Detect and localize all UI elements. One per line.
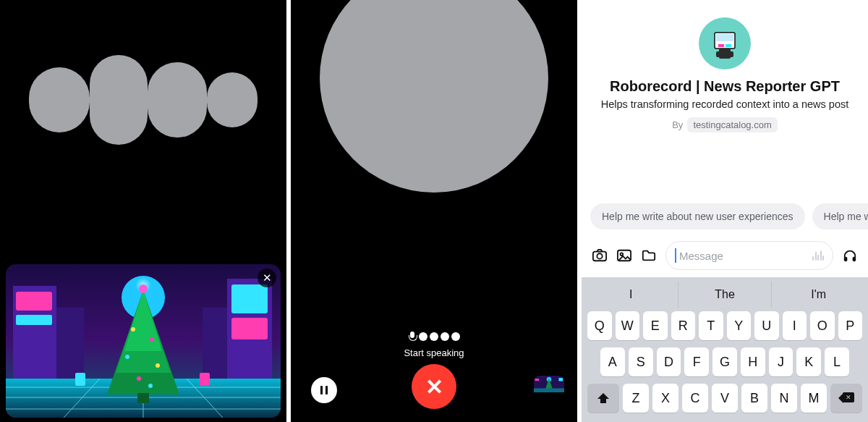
shift-icon — [597, 393, 609, 403]
svg-rect-42 — [729, 51, 733, 57]
waveform-blob — [90, 55, 148, 145]
key[interactable]: X — [652, 384, 678, 413]
svg-point-46 — [621, 253, 624, 256]
shift-key[interactable] — [587, 384, 619, 413]
keyboard-suggestions: I The I'm — [584, 282, 865, 308]
kb-suggestion[interactable]: I'm — [771, 282, 865, 308]
key[interactable]: M — [801, 384, 827, 413]
text-cursor — [675, 248, 676, 263]
headphones-icon[interactable] — [842, 248, 858, 263]
svg-point-25 — [137, 376, 141, 381]
svg-point-21 — [131, 327, 135, 332]
key[interactable]: L — [825, 347, 849, 376]
svg-point-22 — [150, 337, 154, 342]
voice-panel-with-image: ✕ — [0, 0, 286, 422]
gpt-avatar[interactable] — [699, 17, 751, 69]
key[interactable]: N — [771, 384, 797, 413]
key[interactable]: D — [657, 347, 681, 376]
key[interactable]: V — [712, 384, 738, 413]
gpt-description: Helps transforming recorded context into… — [601, 98, 849, 111]
svg-rect-41 — [716, 51, 720, 57]
key[interactable]: T — [699, 311, 723, 340]
svg-rect-48 — [853, 257, 856, 261]
keyboard-row-1: Q W E R T Y U I O P — [584, 308, 865, 344]
voice-waveform — [0, 55, 286, 145]
start-speaking-label: Start speaking — [291, 347, 577, 358]
svg-point-20 — [139, 284, 148, 293]
svg-rect-37 — [716, 34, 733, 41]
chat-panel: Roborecord | News Reporter GPT Helps tra… — [582, 0, 868, 422]
end-call-button[interactable]: ✕ — [412, 364, 456, 409]
key[interactable]: F — [684, 347, 709, 376]
keyboard-row-2: A S D F G H J K L — [584, 344, 865, 380]
backspace-key[interactable] — [830, 384, 862, 413]
svg-rect-33 — [534, 388, 564, 392]
svg-rect-39 — [726, 44, 731, 47]
neon-tree-image — [6, 264, 281, 418]
key[interactable]: Q — [587, 311, 612, 340]
key[interactable]: B — [741, 384, 767, 413]
close-icon: ✕ — [263, 271, 272, 284]
dictation-icon[interactable] — [812, 250, 824, 261]
key[interactable]: G — [712, 347, 737, 376]
key[interactable]: J — [769, 347, 793, 376]
key[interactable]: S — [629, 347, 653, 376]
key[interactable]: C — [682, 384, 708, 413]
attached-image-mini[interactable] — [534, 376, 564, 406]
waveform-blob — [29, 67, 90, 132]
svg-rect-27 — [137, 393, 149, 403]
key[interactable]: O — [810, 311, 835, 340]
backspace-icon — [838, 393, 854, 403]
close-icon: ✕ — [425, 374, 443, 400]
prompt-chip[interactable]: Help me write about new user experiences — [590, 203, 805, 229]
svg-point-24 — [156, 363, 160, 368]
mic-icon — [408, 332, 417, 342]
key[interactable]: A — [600, 347, 625, 376]
svg-rect-40 — [719, 48, 731, 59]
key[interactable]: Z — [623, 384, 649, 413]
message-input[interactable]: Message — [665, 241, 833, 270]
svg-rect-5 — [231, 284, 268, 313]
kb-suggestion[interactable]: The — [678, 282, 772, 308]
key[interactable]: P — [838, 311, 863, 340]
svg-rect-2 — [16, 292, 52, 311]
prompt-suggestions: Help me write about new user experiences… — [582, 201, 868, 237]
svg-rect-35 — [558, 378, 563, 381]
camera-icon[interactable] — [592, 248, 608, 263]
attached-image-preview[interactable]: ✕ — [6, 264, 281, 418]
svg-rect-3 — [16, 315, 52, 325]
key[interactable]: E — [643, 311, 668, 340]
svg-rect-38 — [718, 44, 724, 47]
waveform-blob — [148, 62, 207, 138]
key[interactable]: Y — [727, 311, 752, 340]
close-image-button[interactable]: ✕ — [258, 269, 276, 287]
svg-rect-34 — [535, 379, 540, 381]
author-link[interactable]: testingcatalog.com — [687, 117, 777, 132]
svg-point-44 — [597, 253, 602, 258]
prompt-chip[interactable]: Help me w — [812, 203, 868, 229]
voice-panel-active: Start speaking ✕ — [291, 0, 577, 422]
neon-tree-image — [534, 376, 564, 392]
keyboard: I The I'm Q W E R T Y U I O P A S D F G … — [582, 277, 868, 422]
key[interactable]: H — [741, 347, 765, 376]
indicator-dot — [451, 332, 460, 341]
key[interactable]: R — [671, 311, 696, 340]
svg-rect-28 — [75, 373, 85, 386]
gpt-header: Roborecord | News Reporter GPT Helps tra… — [582, 0, 868, 143]
key[interactable]: U — [754, 311, 779, 340]
key[interactable]: W — [616, 311, 640, 340]
speak-indicator: Start speaking — [291, 332, 577, 358]
indicator-dot — [430, 332, 438, 341]
key[interactable]: K — [796, 347, 821, 376]
message-placeholder: Message — [675, 248, 805, 263]
image-icon[interactable] — [616, 248, 632, 263]
folder-icon[interactable] — [641, 248, 657, 263]
gpt-author: By testingcatalog.com — [672, 117, 778, 132]
key[interactable]: I — [783, 311, 807, 340]
gpt-name: Roborecord | News Reporter GPT — [610, 78, 840, 95]
svg-point-23 — [125, 355, 129, 359]
kb-suggestion[interactable]: I — [584, 282, 678, 308]
by-prefix: By — [672, 119, 683, 130]
svg-point-26 — [148, 384, 153, 388]
keyboard-row-3: Z X C V B N M — [584, 380, 865, 416]
